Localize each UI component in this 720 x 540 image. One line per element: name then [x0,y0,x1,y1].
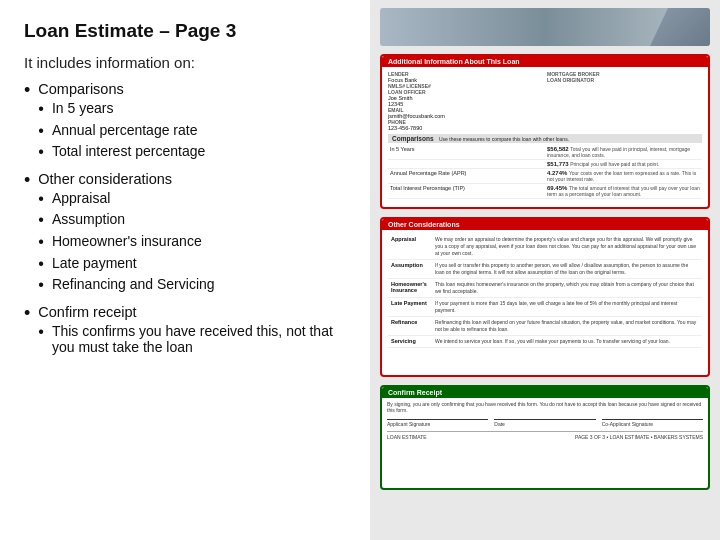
doc1-in5-label: In 5 Years [390,146,543,158]
other-row-appraisal: Appraisal We may order an appraisal to d… [388,234,702,260]
appraisal-text: We may order an appraisal to determine t… [435,236,699,257]
comparisons-section-title: Comparisons Use these measures to compar… [388,134,702,143]
subitem-assumption: Assumption [38,211,214,229]
doc1-originator-label: LOAN ORIGINATOR [547,77,702,83]
doc1-tip-label: Total Interest Percentage (TIP) [390,185,543,197]
co-applicant-sig: Co-Applicant Signature [602,419,703,427]
date-block: Date [494,419,595,427]
doc3-title: Confirm Receipt [382,387,708,398]
other-row-homeowners: Homeowner's Insurance This loan requires… [388,279,702,298]
doc1-tip-value: 69.45% The total amount of interest that… [547,185,700,197]
doc-card-other-considerations: Other Considerations Appraisal We may or… [380,217,710,377]
other-row-assumption: Assumption If you sell or transfer this … [388,260,702,279]
comparisons-label: Comparisons [38,81,205,97]
late-label: Late Payment [391,300,431,306]
left-panel: Loan Estimate – Page 3 It includes infor… [0,0,370,540]
right-panel: Additional Information About This Loan L… [370,0,720,540]
subitem-late-payment: Late payment [38,255,214,273]
doc3-inner: By signing, you are only confirming that… [382,398,708,443]
subitem-appraisal: Appraisal [38,190,214,208]
comparisons-sublist: In 5 years Annual percentage rate Total … [38,100,205,165]
late-text: If your payment is more than 15 days lat… [435,300,699,314]
list-item-comparisons: Comparisons In 5 years Annual percentage… [24,81,346,165]
subitem-in5years: In 5 years [38,100,205,118]
doc1-phone-value: 123-456-7890 [388,125,543,131]
confirm-label: Confirm receipt [38,304,346,320]
doc1-lender-row: LENDER Focus Bank NMLS# LICENSE# LOAN OF… [388,71,702,131]
doc1-tip-row: Total Interest Percentage (TIP) 69.45% T… [388,184,702,199]
doc1-apr-row: Annual Percentage Rate (APR) 4.274% Your… [388,169,702,184]
other-row-refinance: Refinance Refinancing this loan will dep… [388,317,702,336]
homeowners-label: Homeowner's Insurance [391,281,431,293]
doc1-in5-row: In 5 Years $56,582 Total you will have p… [388,145,702,160]
doc1-in5-label2 [390,161,543,167]
other-row-late: Late Payment If your payment is more tha… [388,298,702,317]
hero-image [380,8,710,46]
confirm-sublist: This confirms you have received this, no… [38,323,346,359]
other-sublist: Appraisal Assumption Homeowner's insuran… [38,190,214,298]
doc1-title: Additional Information About This Loan [382,56,708,67]
doc2-title: Other Considerations [382,219,708,230]
subitem-refinancing: Refinancing and Servicing [38,276,214,294]
doc1-apr-value: 4.274% Your costs over the loan term exp… [547,170,700,182]
applicant-sig: Applicant Signature [387,419,488,427]
homeowners-text: This loan requires homeowner's insurance… [435,281,699,295]
list-item-confirm: Confirm receipt This confirms you have r… [24,304,346,359]
sub-heading: It includes information on: [24,54,346,71]
subitem-confirm-desc: This confirms you have received this, no… [38,323,346,355]
doc1-lender-col: LENDER Focus Bank NMLS# LICENSE# LOAN OF… [388,71,543,131]
footer-left: LOAN ESTIMATE [387,434,427,440]
doc1-in5-v2: $51,773 Principal you will have paid at … [547,161,700,167]
doc-card-confirm-receipt: Confirm Receipt By signing, you are only… [380,385,710,490]
assumption-text: If you sell or transfer this property to… [435,262,699,276]
hero-shape [650,8,710,46]
doc1-in5-row2: $51,773 Principal you will have paid at … [388,160,702,169]
doc3-footer: LOAN ESTIMATE PAGE 3 OF 3 • LOAN ESTIMAT… [387,431,703,440]
doc1-inner: LENDER Focus Bank NMLS# LICENSE# LOAN OF… [382,67,708,203]
doc1-broker-col: MORTGAGE BROKER LOAN ORIGINATOR [547,71,702,131]
doc-card-additional-info: Additional Information About This Loan L… [380,54,710,209]
footer-right: PAGE 3 OF 3 • LOAN ESTIMATE • BANKERS SY… [575,434,703,440]
subitem-apr: Annual percentage rate [38,122,205,140]
refinance-text: Refinancing this loan will depend on you… [435,319,699,333]
doc1-apr-label: Annual Percentage Rate (APR) [390,170,543,182]
subitem-tip: Total interest percentage [38,143,205,161]
subitem-homeowners: Homeowner's insurance [38,233,214,251]
servicing-label: Servicing [391,338,431,344]
doc1-in5-v1: $56,582 Total you will have paid in prin… [547,146,700,158]
page-title: Loan Estimate – Page 3 [24,20,346,42]
sig-row: Applicant Signature Date Co-Applicant Si… [387,419,703,427]
other-label: Other considerations [38,171,214,187]
main-list: Comparisons In 5 years Annual percentage… [24,81,346,365]
confirm-receipt-text: By signing, you are only confirming that… [387,401,703,413]
servicing-text: We intend to service your loan. If so, y… [435,338,670,345]
assumption-label: Assumption [391,262,431,268]
appraisal-label: Appraisal [391,236,431,242]
list-item-other: Other considerations Appraisal Assumptio… [24,171,346,298]
refinance-label: Refinance [391,319,431,325]
doc2-inner: Appraisal We may order an appraisal to d… [382,230,708,352]
other-row-servicing: Servicing We intend to service your loan… [388,336,702,348]
